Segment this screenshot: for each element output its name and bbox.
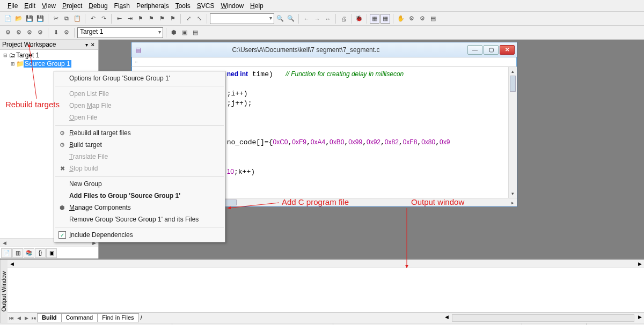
bookmark-icon[interactable]: ⚑ (136, 14, 145, 24)
tree-group[interactable]: ⊞📁 Source Group 1 (2, 60, 96, 68)
tab-regs-icon[interactable]: ▥ (12, 248, 23, 258)
nav-icon[interactable]: ↔ (323, 14, 333, 24)
save-icon[interactable]: 💾 (25, 14, 34, 24)
menu-help[interactable]: Help (247, 1, 267, 11)
undo-icon[interactable]: ↶ (88, 14, 98, 24)
ctx-build-target[interactable]: ⚙Build target (54, 139, 225, 151)
output-tabs: ⏮ ◀ ▶ ⏭ Build Command Find in Files / ◀▶ (8, 312, 644, 323)
ctx-options-group[interactable]: Options for Group 'Source Group 1' (54, 72, 225, 84)
tab-func-icon[interactable]: {} (35, 248, 46, 258)
output-top-scroll[interactable]: ◀▶ (8, 260, 644, 268)
open-icon[interactable]: 📂 (14, 14, 24, 24)
editor-tabstrip: ·· (131, 57, 517, 67)
tab-temp-icon[interactable]: ▣ (46, 248, 57, 258)
bookmark-next-icon[interactable]: ⚑ (157, 14, 167, 24)
build-icon[interactable]: ⚙ (3, 28, 13, 38)
tab-books-icon[interactable]: 📚 (24, 248, 34, 258)
batch-icon[interactable]: ▣ (180, 28, 189, 38)
workspace-tabs: 📄 ▥ 📚 {} ▣ (0, 247, 98, 258)
tool-d-icon[interactable]: ▤ (428, 14, 438, 24)
toolbar-main: 📄 📂 💾 💾 ✂ ⧉ 📋 ↶ ↷ ⇤ ⇥ ⚑ ⚑ ⚑ ⚑ ⤢ ⤡ 🔍 🔍 ← … (0, 12, 644, 26)
tree-group-label: Source Group 1 (24, 60, 71, 68)
output-hscroll[interactable]: ◀▶ (144, 314, 644, 322)
tab-build[interactable]: Build (37, 313, 62, 322)
copy-icon[interactable]: ⧉ (62, 14, 71, 24)
status-bar: Simulation L:13 C:1 R/W ◢ (0, 323, 644, 325)
tool-b-icon[interactable]: ⚙ (407, 14, 416, 24)
ctx-new-group[interactable]: New Group (54, 178, 225, 190)
menu-window[interactable]: Window (217, 1, 247, 11)
minimize-button[interactable]: — (467, 45, 482, 55)
download-icon[interactable]: ⬇ (51, 28, 61, 38)
tab-command[interactable]: Command (61, 313, 98, 322)
tree-root-label: Target 1 (16, 51, 39, 59)
output-tab-next-icon[interactable]: ▶ (23, 315, 30, 321)
maximize-button[interactable]: ▢ (484, 45, 499, 55)
window2-icon[interactable]: ▦ (380, 14, 390, 24)
find-icon[interactable]: 🔍 (275, 14, 285, 24)
menu-svcs[interactable]: SVCS (194, 1, 218, 11)
nav-back-icon[interactable]: ← (302, 14, 311, 24)
menu-edit[interactable]: Edit (21, 1, 39, 11)
ctx-open-map-file: Open Map File (54, 100, 225, 112)
toggle-icon[interactable]: ⤢ (184, 14, 193, 24)
indent-right-icon[interactable]: ⇥ (125, 14, 135, 24)
tab-find[interactable]: Find in Files (97, 313, 138, 322)
rebuild-icon[interactable]: ⚙ (14, 28, 24, 38)
ctx-add-files[interactable]: Add Files to Group 'Source Group 1' (54, 190, 225, 202)
save-all-icon[interactable]: 💾 (35, 14, 45, 24)
ctx-rebuild-all[interactable]: ⚙Rebuild all target files (54, 127, 225, 139)
redo-icon[interactable]: ↷ (99, 14, 108, 24)
ctx-include-deps[interactable]: ✓Include Dependencies (54, 229, 225, 241)
tab-files-icon[interactable]: 📄 (1, 248, 12, 258)
output-tab-prev-icon[interactable]: ◀ (15, 315, 23, 321)
menu-view[interactable]: View (39, 1, 59, 11)
tree-root[interactable]: ⊟🗂 Target 1 (2, 51, 96, 60)
toggle2-icon[interactable]: ⤡ (194, 14, 204, 24)
ctx-open-list-file: Open List File (54, 88, 225, 100)
tool-c-icon[interactable]: ⚙ (418, 14, 427, 24)
nav-fwd-icon[interactable]: → (312, 14, 322, 24)
project-workspace-label: Project Workspace (2, 41, 56, 48)
context-menu: Options for Group 'Source Group 1' Open … (54, 71, 225, 242)
menu-flash[interactable]: Flash (111, 1, 133, 11)
editor-title: C:\Users\A\Documents\keil\7 segment\7_se… (144, 46, 467, 54)
editor-titlebar[interactable]: ▤ C:\Users\A\Documents\keil\7 segment\7_… (131, 42, 517, 57)
menu-peripherals[interactable]: Peripherals (133, 1, 172, 11)
bookmark-clear-icon[interactable]: ⚑ (168, 14, 178, 24)
manage-icon[interactable]: ⬢ (169, 28, 179, 38)
target-combo[interactable]: Target 1 (77, 27, 163, 38)
rebuild-all-icon[interactable]: ⚙ (25, 28, 34, 38)
options-icon[interactable]: ⚙ (62, 28, 71, 38)
new-file-icon[interactable]: 📄 (3, 14, 13, 24)
tool-a-icon[interactable]: ✋ (396, 14, 406, 24)
menu-project[interactable]: Project (59, 1, 85, 11)
doc-icon: ▤ (131, 46, 144, 54)
project-tree[interactable]: ⊟🗂 Target 1 ⊞📁 Source Group 1 (0, 50, 98, 69)
indent-left-icon[interactable]: ⇤ (114, 14, 124, 24)
flash-icon[interactable]: ▤ (191, 28, 200, 38)
ctx-manage-components[interactable]: ⬢Manage Components (54, 202, 225, 213)
cut-icon[interactable]: ✂ (51, 14, 61, 24)
menu-tools[interactable]: Tools (172, 1, 194, 11)
print-icon[interactable]: 🖨 (339, 14, 348, 24)
ctx-stop-build: ✖Stop build (54, 162, 225, 174)
debug-icon[interactable]: 🐞 (354, 14, 364, 24)
menu-debug[interactable]: Debug (85, 1, 111, 11)
bookmark-prev-icon[interactable]: ⚑ (147, 14, 156, 24)
output-tab-first-icon[interactable]: ⏮ (8, 315, 15, 321)
pin-icon[interactable]: ▾ (84, 42, 90, 48)
editor-vscroll[interactable]: ▴ ▾ (508, 67, 517, 198)
close-button[interactable]: ✕ (500, 45, 515, 55)
search-combo[interactable] (210, 13, 274, 24)
paste-icon[interactable]: 📋 (72, 14, 82, 24)
stop-build-icon[interactable]: ⚙ (35, 28, 45, 38)
project-workspace-title: Project Workspace ▾ × (0, 40, 98, 50)
find-in-files-icon[interactable]: 🔍 (286, 14, 296, 24)
menu-file[interactable]: File (4, 1, 21, 11)
close-panel-icon[interactable]: × (90, 41, 96, 48)
ctx-remove-group[interactable]: Remove Group 'Source Group 1' and its Fi… (54, 213, 225, 225)
output-tab-last-icon[interactable]: ⏭ (30, 315, 38, 321)
window1-icon[interactable]: ▦ (370, 14, 379, 24)
output-content[interactable] (8, 268, 644, 312)
